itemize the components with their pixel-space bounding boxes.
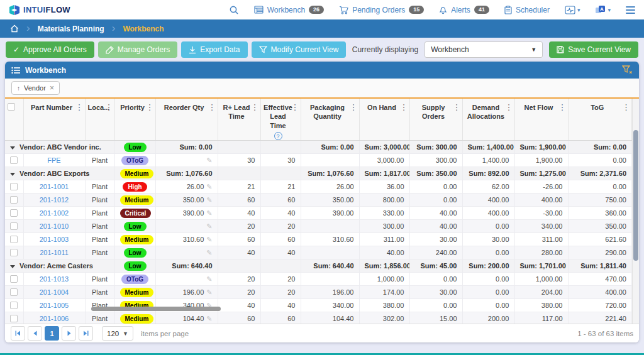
collapse-group-icon[interactable]: [10, 265, 15, 268]
column-menu-icon[interactable]: ⋮: [105, 102, 113, 113]
column-header-demand[interactable]: Demand Allocations⋮: [462, 99, 514, 141]
panel-header: Workbench: [5, 62, 639, 79]
location-cell: Plant: [85, 273, 114, 286]
next-page-button[interactable]: [62, 326, 76, 341]
column-header-on_hand[interactable]: On Hand⋮: [359, 99, 409, 141]
nav-pending-orders[interactable]: Pending Orders 15: [339, 6, 424, 14]
clear-filter-icon[interactable]: [622, 65, 633, 75]
column-header-r_lead[interactable]: R+ Lead Time⋮: [218, 99, 260, 141]
part-number-link[interactable]: 201-1011: [40, 249, 69, 256]
column-menu-icon[interactable]: ⋮: [291, 102, 299, 113]
edit-pencil-icon[interactable]: ✎: [206, 156, 212, 165]
edit-pencil-icon[interactable]: ✎: [206, 249, 212, 257]
column-menu-icon[interactable]: ⋮: [558, 102, 567, 113]
r-lead-time-cell: 20: [218, 220, 260, 233]
edit-pencil-icon[interactable]: ✎: [206, 288, 212, 297]
column-header-tog[interactable]: ToG⋮: [568, 99, 632, 141]
nav-scheduler[interactable]: Scheduler: [504, 6, 550, 14]
part-number-link[interactable]: 201-1010: [40, 222, 69, 230]
row-checkbox[interactable]: [10, 183, 18, 190]
row-checkbox[interactable]: [10, 236, 18, 243]
row-checkbox[interactable]: [10, 249, 18, 256]
prev-page-button[interactable]: [28, 326, 42, 341]
edit-pencil-icon[interactable]: ✎: [206, 275, 212, 283]
monitor-menu[interactable]: ▾: [565, 6, 580, 14]
column-header-check[interactable]: [5, 99, 23, 141]
column-menu-icon[interactable]: ⋮: [350, 102, 358, 113]
help-icon[interactable]: ?: [274, 132, 282, 140]
hamburger-menu-icon[interactable]: [626, 6, 635, 14]
part-number-link[interactable]: 201-1012: [40, 196, 69, 204]
language-menu[interactable]: A ▾: [595, 5, 611, 14]
row-checkbox[interactable]: [10, 288, 18, 296]
group-chip-vendor[interactable]: ↑ Vendor ×: [11, 81, 60, 95]
column-header-reorder[interactable]: Reorder Qty⋮: [155, 99, 218, 141]
home-icon[interactable]: [10, 25, 19, 33]
edit-pencil-icon[interactable]: ✎: [206, 236, 212, 244]
approve-all-orders-button[interactable]: ✓ Approve All Orders: [6, 41, 94, 58]
part-number-link[interactable]: 201-1005: [40, 302, 69, 309]
column-menu-icon[interactable]: ⋮: [146, 102, 154, 113]
collapse-group-icon[interactable]: [10, 146, 15, 150]
select-all-checkbox[interactable]: [8, 103, 15, 111]
row-checkbox[interactable]: [10, 156, 18, 164]
column-header-part[interactable]: Part Number⋮: [23, 99, 85, 141]
r-lead-time-cell: 40: [218, 299, 260, 312]
column-header-priority[interactable]: Priority⋮: [114, 99, 155, 141]
column-menu-icon[interactable]: ⋮: [251, 102, 259, 113]
tog-cell: 350.00: [568, 220, 632, 233]
row-checkbox[interactable]: [10, 222, 18, 230]
edit-pencil-icon[interactable]: ✎: [206, 315, 212, 323]
part-number-link[interactable]: 201-1006: [40, 315, 69, 322]
sort-ascending-icon[interactable]: ↑: [17, 85, 20, 92]
sum-supply-orders: Sum: 300.00: [409, 141, 462, 154]
export-data-button[interactable]: Export Data: [181, 41, 247, 58]
page-size-select[interactable]: 120 ▼: [102, 326, 133, 341]
view-select[interactable]: Workbench ▼: [425, 41, 543, 58]
column-menu-icon[interactable]: ⋮: [208, 102, 216, 113]
nav-alerts[interactable]: Alerts 41: [439, 6, 489, 14]
manage-orders-button[interactable]: Manage Orders: [98, 41, 177, 58]
search-icon[interactable]: [229, 5, 239, 15]
part-number-link[interactable]: 201-1002: [40, 209, 69, 217]
chip-close-icon[interactable]: ×: [50, 84, 54, 92]
page-1-button[interactable]: 1: [45, 326, 59, 341]
row-checkbox[interactable]: [10, 275, 18, 283]
edit-pencil-icon[interactable]: ✎: [206, 222, 212, 231]
save-current-view-button[interactable]: Save Current View: [549, 41, 638, 58]
checkbox-cell: [5, 312, 23, 324]
vertical-scrollbar-thumb[interactable]: [633, 130, 638, 261]
table-row: 201-1013PlantOToG✎20201,000.000.000.001,…: [5, 273, 632, 286]
part-number-link[interactable]: 201-1003: [40, 236, 69, 243]
horizontal-scrollbar-thumb[interactable]: [91, 307, 221, 311]
first-page-button[interactable]: [11, 326, 25, 341]
part-number-link[interactable]: 201-1013: [40, 275, 69, 283]
modify-current-view-button[interactable]: Modify Current View: [252, 41, 347, 58]
row-checkbox[interactable]: [10, 196, 18, 204]
breadcrumb-materials-planning[interactable]: Materials Planning: [38, 25, 104, 33]
collapse-group-icon[interactable]: [10, 173, 15, 176]
column-header-eff_lead[interactable]: Effective Lead Time?⋮: [260, 99, 301, 141]
column-header-net_flow[interactable]: Net Flow⋮: [514, 99, 568, 141]
column-header-packaging[interactable]: Packaging Quantity⋮: [301, 99, 359, 141]
column-header-supply[interactable]: Supply Orders⋮: [409, 99, 462, 141]
part-number-link[interactable]: FPE: [47, 156, 60, 164]
last-page-button[interactable]: [79, 326, 93, 341]
row-checkbox[interactable]: [10, 209, 18, 217]
vertical-scrollbar[interactable]: [632, 99, 639, 324]
edit-pencil-icon[interactable]: ✎: [206, 209, 212, 217]
edit-pencil-icon[interactable]: ✎: [206, 196, 212, 204]
column-menu-icon[interactable]: ⋮: [505, 102, 513, 113]
row-checkbox[interactable]: [10, 315, 18, 322]
column-menu-icon[interactable]: ⋮: [622, 102, 630, 113]
edit-pencil-icon[interactable]: ✎: [206, 183, 212, 191]
group-row: Vendor: ABC ExportsMediumSum: 1,076.60Su…: [5, 167, 632, 180]
column-header-location[interactable]: Loca...⋮: [85, 99, 114, 141]
part-number-link[interactable]: 201-1001: [40, 183, 69, 190]
part-number-link[interactable]: 201-1004: [40, 288, 69, 296]
row-checkbox[interactable]: [10, 302, 18, 309]
column-menu-icon[interactable]: ⋮: [453, 102, 461, 113]
nav-workbench[interactable]: Workbench 26: [254, 6, 325, 14]
column-menu-icon[interactable]: ⋮: [400, 102, 408, 113]
column-menu-icon[interactable]: ⋮: [75, 102, 84, 113]
